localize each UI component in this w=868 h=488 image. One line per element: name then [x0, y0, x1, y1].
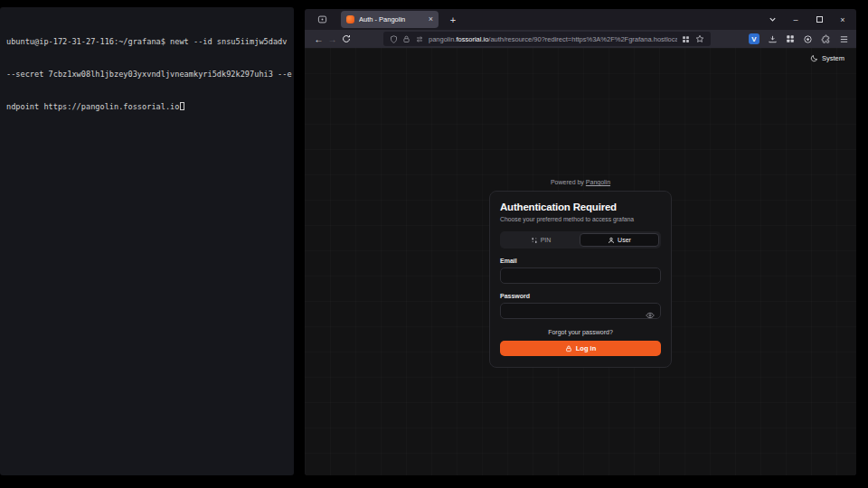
maximize-icon	[816, 16, 823, 23]
grid-icon[interactable]	[682, 35, 690, 43]
terminal-line: --secret 7cbz1xw08lh1jbzey03yxvndljvneam…	[6, 69, 288, 80]
bookmark-star-icon[interactable]	[695, 34, 704, 43]
menu-hamburger-icon[interactable]	[839, 34, 849, 44]
new-tab-button[interactable]: +	[446, 13, 460, 27]
maximize-button[interactable]	[813, 14, 826, 26]
tab-title: Auth - Pangolin	[359, 15, 424, 23]
close-window-button[interactable]: ×	[836, 14, 849, 26]
login-button-label: Log in	[576, 344, 597, 352]
downloads-icon[interactable]	[768, 34, 778, 44]
password-label: Password	[500, 293, 661, 299]
lock-icon[interactable]	[402, 35, 410, 43]
forward-button[interactable]: →	[326, 33, 339, 46]
terminal-line: ubuntu@ip-172-31-27-116:~/grafana$ newt …	[6, 36, 288, 47]
auth-page: System Powered by Pangolin Authenticatio…	[305, 48, 856, 475]
tab-close-icon[interactable]: ×	[429, 15, 433, 23]
extensions-puzzle-icon[interactable]	[821, 34, 831, 44]
theme-toggle[interactable]: System	[810, 54, 844, 62]
browser-toolbar: ← → pangolin.fossorial.io/auth/resource/…	[305, 30, 856, 48]
terminal-line: ndpoint https://pangolin.fossorial.io	[6, 101, 288, 112]
theme-toggle-label: System	[822, 54, 844, 62]
back-button[interactable]: ←	[312, 33, 326, 46]
terminal-window[interactable]: ubuntu@ip-172-31-27-116:~/grafana$ newt …	[0, 7, 294, 475]
password-field[interactable]	[500, 303, 661, 319]
grid-extension-icon[interactable]	[786, 34, 795, 43]
tab-user-label: User	[618, 237, 631, 243]
tab-pin[interactable]: PIN	[502, 233, 580, 247]
reload-button[interactable]	[339, 33, 353, 46]
pangolin-favicon	[346, 15, 354, 23]
browser-tab-active[interactable]: Auth - Pangolin ×	[341, 11, 439, 28]
show-password-eye-icon[interactable]	[646, 307, 655, 324]
extension-icon-blue[interactable]: V	[749, 33, 760, 44]
url-text[interactable]: pangolin.fossorial.io/auth/resource/90?r…	[429, 35, 677, 43]
moon-icon	[810, 54, 818, 62]
login-button[interactable]: Log in	[500, 341, 661, 356]
card-subtitle: Choose your preferred method to access g…	[500, 216, 661, 222]
minimize-button[interactable]: –	[789, 14, 802, 26]
card-title: Authentication Required	[500, 202, 661, 212]
pangolin-link[interactable]: Pangolin	[586, 179, 610, 185]
firefox-view-icon[interactable]	[314, 13, 330, 27]
shield-icon[interactable]	[390, 35, 398, 43]
terminal-cursor	[180, 102, 184, 110]
user-icon	[608, 237, 615, 244]
list-tabs-chevron-icon[interactable]	[766, 14, 778, 26]
swap-icon[interactable]	[415, 35, 424, 43]
tab-pin-label: PIN	[541, 237, 552, 243]
auth-card: Authentication Required Choose your pref…	[489, 191, 672, 368]
forgot-password-link[interactable]: Forgot your password?	[500, 329, 661, 335]
pin-keypad-icon	[531, 237, 538, 244]
circle-extension-icon[interactable]	[803, 34, 813, 44]
auth-method-tabs: PIN User	[500, 231, 661, 249]
browser-tab-bar: Auth - Pangolin × + – ×	[305, 9, 856, 30]
tab-user[interactable]: User	[580, 233, 659, 247]
email-field[interactable]	[500, 267, 661, 284]
login-lock-icon	[565, 345, 572, 352]
powered-by: Powered by Pangolin	[305, 179, 856, 185]
url-bar[interactable]: pangolin.fossorial.io/auth/resource/90?r…	[383, 32, 711, 46]
browser-window: Auth - Pangolin × + – × ← →	[305, 9, 856, 475]
email-label: Email	[500, 258, 661, 264]
terminal-output: ubuntu@ip-172-31-27-116:~/grafana$ newt …	[0, 7, 294, 141]
